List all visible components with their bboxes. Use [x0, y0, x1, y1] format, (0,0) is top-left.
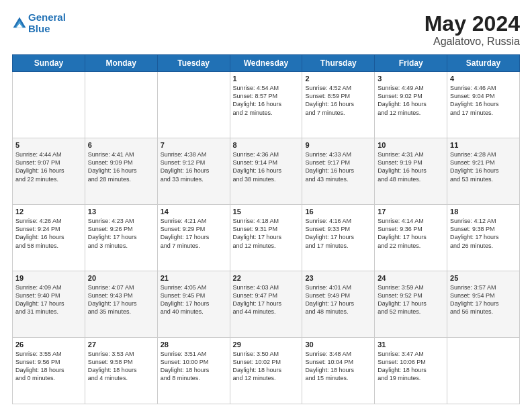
- day-info: Sunrise: 3:48 AM Sunset: 10:04 PM Daylig…: [305, 350, 371, 383]
- day-number: 19: [15, 274, 82, 282]
- day-number: 23: [305, 274, 371, 282]
- calendar-week-1: 1Sunrise: 4:54 AM Sunset: 8:57 PM Daylig…: [13, 72, 520, 138]
- day-info: Sunrise: 4:28 AM Sunset: 9:21 PM Dayligh…: [450, 150, 517, 183]
- day-number: 14: [161, 208, 227, 216]
- day-number: 2: [305, 75, 371, 83]
- calendar-day-7: 7Sunrise: 4:38 AM Sunset: 9:12 PM Daylig…: [157, 138, 230, 205]
- day-info: Sunrise: 4:03 AM Sunset: 9:47 PM Dayligh…: [233, 283, 300, 316]
- day-number: 16: [305, 208, 371, 216]
- day-number: 17: [378, 208, 444, 216]
- empty-cell: [85, 72, 157, 138]
- day-header-saturday: Saturday: [447, 55, 520, 72]
- day-number: 13: [88, 208, 154, 216]
- calendar-day-8: 8Sunrise: 4:36 AM Sunset: 9:14 PM Daylig…: [230, 138, 302, 205]
- day-info: Sunrise: 4:09 AM Sunset: 9:40 PM Dayligh…: [15, 283, 82, 316]
- day-info: Sunrise: 4:41 AM Sunset: 9:09 PM Dayligh…: [88, 150, 154, 183]
- day-info: Sunrise: 3:59 AM Sunset: 9:52 PM Dayligh…: [378, 283, 444, 316]
- calendar-day-27: 27Sunrise: 3:53 AM Sunset: 9:58 PM Dayli…: [85, 338, 157, 404]
- calendar-week-2: 5Sunrise: 4:44 AM Sunset: 9:07 PM Daylig…: [13, 138, 520, 205]
- day-number: 4: [450, 75, 517, 83]
- day-number: 25: [450, 274, 517, 282]
- calendar-day-16: 16Sunrise: 4:16 AM Sunset: 9:33 PM Dayli…: [302, 205, 375, 271]
- day-number: 5: [15, 141, 82, 149]
- calendar-day-3: 3Sunrise: 4:49 AM Sunset: 9:02 PM Daylig…: [375, 72, 447, 138]
- calendar-day-4: 4Sunrise: 4:46 AM Sunset: 9:04 PM Daylig…: [447, 72, 520, 138]
- day-info: Sunrise: 4:23 AM Sunset: 9:26 PM Dayligh…: [88, 217, 154, 250]
- day-info: Sunrise: 4:54 AM Sunset: 8:57 PM Dayligh…: [233, 84, 300, 117]
- day-header-sunday: Sunday: [13, 55, 85, 72]
- empty-cell: [157, 72, 230, 138]
- calendar-header-row: SundayMondayTuesdayWednesdayThursdayFrid…: [13, 55, 520, 72]
- day-info: Sunrise: 4:12 AM Sunset: 9:38 PM Dayligh…: [450, 217, 517, 250]
- calendar-day-31: 31Sunrise: 3:47 AM Sunset: 10:06 PM Dayl…: [375, 338, 447, 404]
- day-number: 11: [450, 141, 517, 149]
- day-info: Sunrise: 4:05 AM Sunset: 9:45 PM Dayligh…: [161, 283, 227, 316]
- calendar-day-23: 23Sunrise: 4:01 AM Sunset: 9:49 PM Dayli…: [302, 271, 375, 338]
- header: General Blue May 2024 Agalatovo, Russia: [12, 12, 520, 48]
- day-number: 30: [305, 340, 371, 349]
- day-number: 24: [378, 274, 444, 282]
- calendar-day-26: 26Sunrise: 3:55 AM Sunset: 9:56 PM Dayli…: [13, 338, 85, 404]
- day-number: 22: [233, 274, 300, 282]
- calendar-day-18: 18Sunrise: 4:12 AM Sunset: 9:38 PM Dayli…: [447, 205, 520, 271]
- day-number: 7: [161, 141, 227, 149]
- day-header-monday: Monday: [85, 55, 157, 72]
- calendar-day-12: 12Sunrise: 4:26 AM Sunset: 9:24 PM Dayli…: [13, 205, 85, 271]
- calendar-day-20: 20Sunrise: 4:07 AM Sunset: 9:43 PM Dayli…: [85, 271, 157, 338]
- day-number: 21: [161, 274, 227, 282]
- calendar-week-3: 12Sunrise: 4:26 AM Sunset: 9:24 PM Dayli…: [13, 205, 520, 271]
- calendar-day-9: 9Sunrise: 4:33 AM Sunset: 9:17 PM Daylig…: [302, 138, 375, 205]
- calendar-day-1: 1Sunrise: 4:54 AM Sunset: 8:57 PM Daylig…: [230, 72, 302, 138]
- day-info: Sunrise: 4:31 AM Sunset: 9:19 PM Dayligh…: [378, 150, 444, 183]
- calendar-day-25: 25Sunrise: 3:57 AM Sunset: 9:54 PM Dayli…: [447, 271, 520, 338]
- calendar-day-15: 15Sunrise: 4:18 AM Sunset: 9:31 PM Dayli…: [230, 205, 302, 271]
- day-info: Sunrise: 3:57 AM Sunset: 9:54 PM Dayligh…: [450, 283, 517, 316]
- day-number: 20: [88, 274, 154, 282]
- calendar-day-2: 2Sunrise: 4:52 AM Sunset: 8:59 PM Daylig…: [302, 72, 375, 138]
- day-info: Sunrise: 3:51 AM Sunset: 10:00 PM Daylig…: [161, 350, 227, 383]
- logo-text: General Blue: [28, 12, 66, 34]
- day-number: 9: [305, 141, 371, 149]
- calendar-day-6: 6Sunrise: 4:41 AM Sunset: 9:09 PM Daylig…: [85, 138, 157, 205]
- day-info: Sunrise: 4:38 AM Sunset: 9:12 PM Dayligh…: [161, 150, 227, 183]
- calendar-day-29: 29Sunrise: 3:50 AM Sunset: 10:02 PM Dayl…: [230, 338, 302, 404]
- day-number: 31: [378, 340, 444, 349]
- day-info: Sunrise: 4:49 AM Sunset: 9:02 PM Dayligh…: [378, 84, 444, 117]
- day-number: 27: [88, 340, 154, 349]
- calendar-day-28: 28Sunrise: 3:51 AM Sunset: 10:00 PM Dayl…: [157, 338, 230, 404]
- calendar-day-10: 10Sunrise: 4:31 AM Sunset: 9:19 PM Dayli…: [375, 138, 447, 205]
- empty-cell: [13, 72, 85, 138]
- day-info: Sunrise: 4:26 AM Sunset: 9:24 PM Dayligh…: [15, 217, 82, 250]
- day-number: 15: [233, 208, 300, 216]
- day-info: Sunrise: 4:16 AM Sunset: 9:33 PM Dayligh…: [305, 217, 371, 250]
- location: Agalatovo, Russia: [425, 36, 520, 48]
- day-number: 6: [88, 141, 154, 149]
- day-info: Sunrise: 3:50 AM Sunset: 10:02 PM Daylig…: [233, 350, 300, 383]
- day-number: 26: [15, 340, 82, 349]
- calendar-week-5: 26Sunrise: 3:55 AM Sunset: 9:56 PM Dayli…: [13, 338, 520, 404]
- calendar-day-11: 11Sunrise: 4:28 AM Sunset: 9:21 PM Dayli…: [447, 138, 520, 205]
- day-header-thursday: Thursday: [302, 55, 375, 72]
- day-number: 12: [15, 208, 82, 216]
- day-info: Sunrise: 3:55 AM Sunset: 9:56 PM Dayligh…: [15, 350, 82, 383]
- calendar-day-19: 19Sunrise: 4:09 AM Sunset: 9:40 PM Dayli…: [13, 271, 85, 338]
- day-info: Sunrise: 4:44 AM Sunset: 9:07 PM Dayligh…: [15, 150, 82, 183]
- day-info: Sunrise: 3:47 AM Sunset: 10:06 PM Daylig…: [378, 350, 444, 383]
- day-info: Sunrise: 4:18 AM Sunset: 9:31 PM Dayligh…: [233, 217, 300, 250]
- day-number: 1: [233, 75, 300, 83]
- logo-icon: [12, 16, 27, 31]
- calendar-day-17: 17Sunrise: 4:14 AM Sunset: 9:36 PM Dayli…: [375, 205, 447, 271]
- month-year: May 2024: [425, 12, 520, 36]
- calendar-table: SundayMondayTuesdayWednesdayThursdayFrid…: [12, 54, 520, 404]
- day-number: 18: [450, 208, 517, 216]
- calendar-day-14: 14Sunrise: 4:21 AM Sunset: 9:29 PM Dayli…: [157, 205, 230, 271]
- page: General Blue May 2024 Agalatovo, Russia …: [0, 0, 532, 411]
- day-info: Sunrise: 4:46 AM Sunset: 9:04 PM Dayligh…: [450, 84, 517, 117]
- day-number: 8: [233, 141, 300, 149]
- calendar-day-13: 13Sunrise: 4:23 AM Sunset: 9:26 PM Dayli…: [85, 205, 157, 271]
- day-header-friday: Friday: [375, 55, 447, 72]
- empty-cell: [447, 338, 520, 404]
- day-info: Sunrise: 4:01 AM Sunset: 9:49 PM Dayligh…: [305, 283, 371, 316]
- day-info: Sunrise: 4:21 AM Sunset: 9:29 PM Dayligh…: [161, 217, 227, 250]
- calendar-day-22: 22Sunrise: 4:03 AM Sunset: 9:47 PM Dayli…: [230, 271, 302, 338]
